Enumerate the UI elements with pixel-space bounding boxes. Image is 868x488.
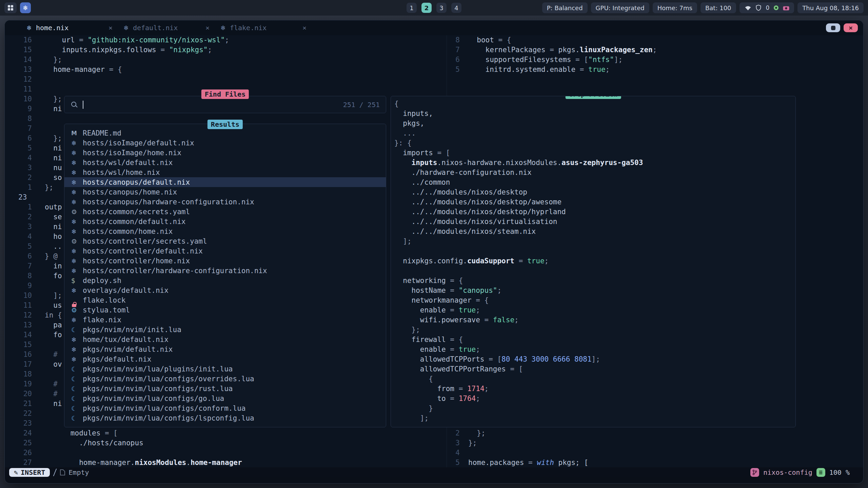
- result-item[interactable]: ☾pkgs/nvim/nvim/lua/configs/rust.lua: [64, 384, 386, 393]
- preview-line: imports = [: [394, 148, 795, 158]
- result-item[interactable]: ⚙stylua.toml: [64, 305, 386, 315]
- result-filename: hosts/wsl/home.nix: [83, 168, 160, 177]
- apps-grid-icon: [7, 5, 14, 11]
- tab-close-icon[interactable]: ×: [205, 24, 210, 32]
- line-number: 19: [5, 379, 32, 389]
- result-filename: README.md: [83, 129, 121, 137]
- nix-file-icon: ❄: [71, 228, 83, 235]
- result-item[interactable]: ❄hosts/wsl/default.nix: [64, 158, 386, 167]
- result-filename: hosts/controller/default.nix: [83, 247, 203, 255]
- find-files-input[interactable]: Find Files 251 / 251: [64, 96, 386, 113]
- result-item[interactable]: ❄pkgs/default.nix: [64, 354, 386, 364]
- result-item[interactable]: ❄home/tux/default.nix: [64, 334, 386, 344]
- workspace-3[interactable]: 3: [436, 3, 447, 13]
- status-module: Bat: 100: [701, 2, 736, 13]
- result-item[interactable]: ❄overlays/default.nix: [64, 285, 386, 295]
- result-item[interactable]: ❄hosts/common/default.nix: [64, 217, 386, 226]
- nix-icon: ❄: [220, 24, 226, 32]
- result-filename: hosts/canopus/home.nix: [83, 188, 177, 196]
- statusline: ✎ INSERT Empty nixos-config ≡: [5, 467, 863, 477]
- result-item[interactable]: ❄hosts/canopus/hardware-configuration.ni…: [64, 197, 386, 207]
- result-item[interactable]: ❄hosts/controller/default.nix: [64, 246, 386, 256]
- yaml-file-icon: ⚙: [71, 238, 83, 245]
- result-item[interactable]: ❄hosts/wsl/home.nix: [64, 167, 386, 177]
- lua-file-icon: ☾: [71, 365, 83, 373]
- preview-line: inputs,: [394, 109, 795, 119]
- preview-line: from = 1714;: [394, 384, 795, 394]
- result-filename: flake.nix: [83, 316, 121, 324]
- buffer-indicator: Empty: [60, 468, 89, 476]
- result-item[interactable]: ⚙hosts/controller/secrets.yaml: [64, 236, 386, 246]
- workspace-2[interactable]: 2: [421, 3, 432, 13]
- lua-file-icon: ☾: [71, 405, 83, 412]
- result-item[interactable]: ☾pkgs/nvim/nvim/lua/configs/conform.lua: [64, 403, 386, 413]
- line-number: 14: [5, 330, 32, 340]
- code-line: 24 modules = [: [5, 428, 447, 438]
- line-number: 15: [5, 45, 32, 55]
- preview-line: [394, 246, 795, 256]
- tab-close-icon[interactable]: ×: [108, 24, 113, 32]
- preview-line: }: {: [394, 138, 795, 148]
- result-item[interactable]: ❄hosts/controller/home.nix: [64, 256, 386, 266]
- results-list: MREADME.md❄hosts/isoImage/default.nix❄ho…: [64, 124, 386, 423]
- tab-close-icon[interactable]: ×: [302, 24, 307, 32]
- tab-home.nix[interactable]: ❄home.nix×: [26, 24, 121, 32]
- code-line: 3};: [447, 438, 863, 448]
- result-item[interactable]: ⚙hosts/common/secrets.yaml: [64, 207, 386, 217]
- line-number: 12: [5, 310, 32, 320]
- result-filename: hosts/isoImage/default.nix: [83, 139, 194, 147]
- line-number: 24: [5, 428, 32, 438]
- line-number: 11: [5, 301, 32, 310]
- result-item[interactable]: ❄hosts/common/home.nix: [64, 226, 386, 236]
- preview-line: networkmanager = {: [394, 296, 795, 305]
- line-number: 2: [5, 173, 32, 183]
- line-number: 3: [5, 222, 32, 232]
- result-item[interactable]: ☾pkgs/nvim/nvim/lua/configs/overrides.lu…: [64, 374, 386, 384]
- result-item[interactable]: ❄hosts/isoImage/home.nix: [64, 148, 386, 158]
- result-item[interactable]: MREADME.md: [64, 128, 386, 138]
- result-item[interactable]: ❄hosts/canopus/default.nix: [64, 177, 386, 187]
- line-number: 9: [5, 281, 32, 291]
- result-item[interactable]: ☾pkgs/nvim/nvim/lua/configs/go.lua: [64, 393, 386, 403]
- clock[interactable]: Thu Aug 08, 18:16: [797, 2, 864, 13]
- app-launcher-button[interactable]: [4, 2, 17, 13]
- tab-label: home.nix: [36, 24, 68, 32]
- nix-logo[interactable]: ❄: [20, 2, 31, 13]
- search-icon: [71, 101, 78, 108]
- line-number: 12: [5, 75, 32, 84]
- result-item[interactable]: ☾pkgs/nvim/nvim/lua/configs/lspconfig.lu…: [64, 413, 386, 423]
- result-item[interactable]: ❄pkgs/nvim/default.nix: [64, 344, 386, 354]
- preview-line: nixpkgs.config.cudaSupport = true;: [394, 256, 795, 266]
- tabs: ❄home.nix×❄default.nix×❄flake.nix×: [26, 24, 315, 32]
- result-filename: pkgs/nvim/default.nix: [83, 345, 173, 353]
- close-button[interactable]: ×: [844, 23, 858, 32]
- nix-file-icon: ❄: [71, 257, 83, 265]
- workspace-4[interactable]: 4: [451, 3, 461, 13]
- result-item[interactable]: ❄hosts/controller/hardware-configuration…: [64, 266, 386, 276]
- result-item[interactable]: $deploy.sh: [64, 276, 386, 285]
- code-line: 13 home-manager = {: [5, 65, 447, 75]
- lines-chip: ≡: [816, 468, 825, 477]
- result-item[interactable]: ❄hosts/isoImage/default.nix: [64, 138, 386, 148]
- result-item[interactable]: ❄flake.nix: [64, 315, 386, 325]
- result-item[interactable]: ❄hosts/canopus/home.nix: [64, 187, 386, 197]
- workspace-1[interactable]: 1: [407, 3, 417, 13]
- line-number: 10: [5, 94, 32, 104]
- result-item[interactable]: ☾pkgs/nvim/nvim/lua/plugins/init.lua: [64, 364, 386, 374]
- status-module: P: Balanced: [542, 2, 588, 13]
- tab-label: flake.nix: [230, 24, 267, 32]
- code-line: 6 supportedFilesystems = ["ntfs"];: [447, 55, 863, 65]
- minimize-button[interactable]: [826, 23, 840, 32]
- preview-line: allowedTCPPortRanges = [: [394, 364, 795, 374]
- tab-default.nix[interactable]: ❄default.nix×: [123, 24, 218, 32]
- shield-icon: [756, 5, 761, 11]
- result-item[interactable]: ☾pkgs/nvim/nvim/init.lua: [64, 325, 386, 334]
- line-number: 5: [447, 458, 460, 467]
- result-item[interactable]: flake.lock: [64, 295, 386, 305]
- tab-flake.nix[interactable]: ❄flake.nix×: [220, 24, 315, 32]
- line-number: 4: [5, 153, 32, 163]
- code-line: 4: [447, 448, 863, 458]
- results-panel: Results MREADME.md❄hosts/isoImage/defaul…: [64, 124, 386, 427]
- status-module: GPU: Integrated: [591, 2, 649, 13]
- preview-line: ...: [394, 128, 795, 138]
